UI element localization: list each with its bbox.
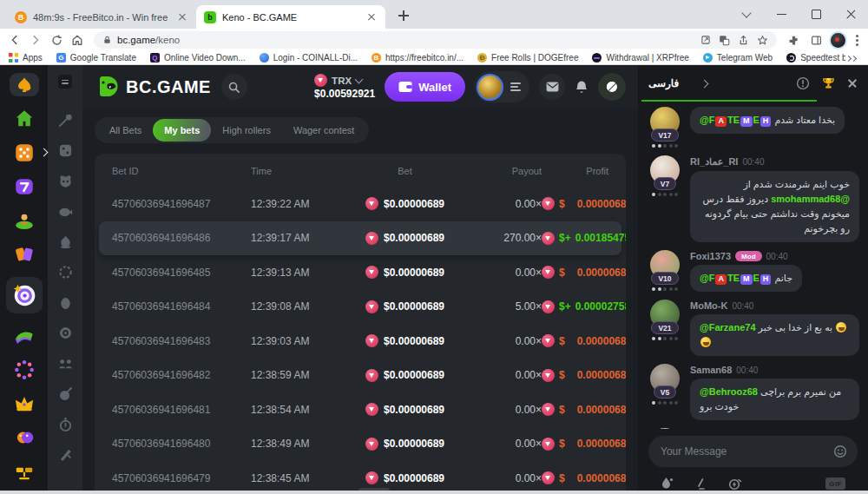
bookmark-star-icon[interactable] [757, 35, 768, 46]
table-row[interactable]: 45706036941696480 12:38:49 AM $0.0000068… [95, 427, 626, 462]
close-window-button[interactable] [833, 0, 868, 29]
user-mention[interactable]: @Behrooz68 [700, 386, 758, 397]
user-mention[interactable]: @smohammad68 [771, 194, 850, 204]
sidebar-item-vip-club[interactable] [13, 392, 36, 415]
sidebar-item-friends[interactable] [13, 426, 36, 449]
bookmark-item[interactable]: Apps [9, 53, 43, 63]
user-mention[interactable]: TE [727, 273, 740, 283]
mini-game-icon-egg[interactable] [56, 293, 74, 311]
wallet-button[interactable]: Wallet [385, 72, 465, 102]
user-menu[interactable] [475, 71, 529, 102]
new-tab-button[interactable] [392, 4, 415, 27]
sidebar-item-home[interactable] [13, 108, 36, 130]
sidebar-collapse-button[interactable] [58, 75, 72, 89]
mini-game-icon-plinko[interactable] [56, 233, 74, 250]
close-tab-icon[interactable] [365, 11, 378, 23]
side-panel-icon[interactable] [806, 30, 825, 49]
chat-rules-button[interactable] [796, 76, 810, 90]
gif-button[interactable]: GIF [825, 478, 845, 490]
chat-username[interactable]: MoMo-K [690, 300, 727, 311]
bookmark-item[interactable]: B https://freebitco.in/... [372, 53, 464, 63]
mini-game-icon-comet[interactable] [56, 111, 74, 128]
table-row[interactable]: 45706036941696481 12:38:54 AM $0.0000068… [95, 392, 626, 427]
table-row[interactable]: 45706036941696485 12:39:13 AM $0.0000068… [95, 255, 626, 290]
bookmark-item[interactable]: Withdrawal | XRPfree [592, 53, 688, 63]
chat-username[interactable]: RI_عماد_RI [690, 156, 738, 168]
search-button[interactable] [221, 74, 247, 100]
notifications-button[interactable] [575, 80, 589, 95]
forward-icon[interactable] [26, 30, 45, 49]
maximize-window-button[interactable] [799, 0, 833, 29]
bookmark-item[interactable]: Telegram Web [703, 53, 773, 63]
table-row[interactable]: 45706036941696483 12:39:03 AM $0.0000068… [95, 324, 626, 359]
open-in-new-icon[interactable] [700, 35, 711, 45]
mini-game-icon-monkey[interactable] [56, 172, 74, 189]
table-row[interactable]: 45706036941696482 12:38:59 AM $0.0000068… [95, 359, 626, 393]
address-bar[interactable]: bc.game/keno [94, 31, 777, 49]
user-mention[interactable]: E [753, 273, 760, 283]
close-tab-icon[interactable] [176, 11, 188, 23]
chat-message-list[interactable]: V17 @FATEMEH بخدا معتاد شدم V7 RI_عماد_R… [638, 102, 868, 429]
chat-username[interactable]: Foxi1373 [690, 251, 731, 261]
translate-icon[interactable] [719, 35, 730, 46]
browser-tab-bcgame[interactable]: b Keno - BC.GAME [196, 5, 385, 29]
user-avatar[interactable] [477, 74, 503, 101]
table-row[interactable]: 45706036941696486 12:39:17 AM $0.0000068… [99, 221, 621, 256]
sidebar-item-keno[interactable] [6, 277, 43, 313]
mini-game-icon-ring[interactable] [56, 263, 74, 280]
mini-game-icon-dice[interactable] [56, 142, 74, 159]
mini-game-icon-fish[interactable] [56, 202, 74, 220]
mini-game-icon-coin[interactable] [56, 324, 74, 341]
window-menu-chevron-icon[interactable] [729, 0, 764, 29]
bookmark-item[interactable]: Speedtest by Ookla... [786, 53, 845, 63]
minimize-window-button[interactable] [764, 0, 799, 29]
message-input[interactable] [659, 445, 826, 458]
bookmark-item[interactable]: Login - COINALL-Di... [260, 53, 358, 63]
sidebar-item-roulette[interactable] [13, 359, 36, 381]
back-icon[interactable] [5, 30, 24, 49]
user-mention[interactable]: @F [700, 273, 714, 283]
table-row[interactable]: 45706036941696487 12:39:22 AM $0.0000068… [95, 187, 626, 221]
bcgame-logo[interactable]: BC.GAME [95, 75, 211, 99]
bookmarks-overflow-icon[interactable] [845, 53, 859, 63]
sidebar-item-casino[interactable] [13, 142, 36, 164]
sidebar-item-staking[interactable] [13, 460, 36, 483]
browser-profile-avatar[interactable] [829, 31, 847, 49]
home-icon[interactable] [68, 30, 87, 49]
mini-game-icon-stopwatch[interactable] [56, 415, 74, 432]
chat-sound-toggle[interactable] [598, 73, 626, 101]
bookmark-item[interactable]: Q Online Video Down... [150, 53, 246, 63]
bookmark-item[interactable]: G Google Translate [56, 53, 136, 63]
tab-all-bets[interactable]: All Bets [98, 117, 153, 143]
chat-username[interactable]: Saman68 [690, 365, 732, 375]
sidebar-item-sports[interactable] [13, 325, 36, 347]
tab-high-rollers[interactable]: High rollers [211, 117, 282, 143]
share-icon[interactable] [738, 35, 749, 46]
reload-icon[interactable] [47, 30, 66, 49]
table-row[interactable]: 45706036941696484 12:39:08 AM $0.0000068… [95, 290, 626, 325]
chat-contest-button[interactable] [821, 76, 836, 91]
user-mention[interactable]: @F [700, 115, 714, 125]
mini-game-icon-dagger[interactable] [56, 445, 74, 463]
browser-tab-freebitco[interactable]: B 48m:9s - FreeBitco.in - Win free l [7, 5, 196, 29]
currency-selector[interactable]: TRX $0.00592921 [314, 74, 375, 100]
bookmark-item[interactable]: Ð Free Rolls | DOGEfree [477, 53, 578, 63]
sidebar-item-promotions[interactable] [13, 243, 36, 266]
tab-my-bets[interactable]: My bets [153, 119, 211, 142]
messages-button[interactable] [539, 74, 565, 100]
extensions-puzzle-icon[interactable] [784, 30, 803, 49]
tab-wager-contest[interactable]: Wager contest [282, 117, 366, 143]
mini-game-icon-bomb[interactable] [56, 385, 74, 402]
user-mention[interactable]: E [753, 115, 760, 125]
chat-commands-icon[interactable] [694, 478, 707, 491]
rain-tip-icon[interactable] [661, 477, 674, 491]
spade-logo-button[interactable] [10, 73, 39, 96]
user-mention[interactable]: TE [727, 115, 740, 125]
message-input-box[interactable] [648, 436, 858, 467]
chat-language-tab[interactable]: فارسی [648, 77, 707, 89]
sidebar-item-live-casino[interactable] [13, 209, 36, 232]
mini-game-icon-crowd[interactable] [56, 354, 74, 372]
close-chat-icon[interactable] [847, 78, 858, 89]
user-mention[interactable]: @Farzane74 [700, 322, 756, 333]
browser-menu-icon[interactable] [851, 34, 863, 46]
